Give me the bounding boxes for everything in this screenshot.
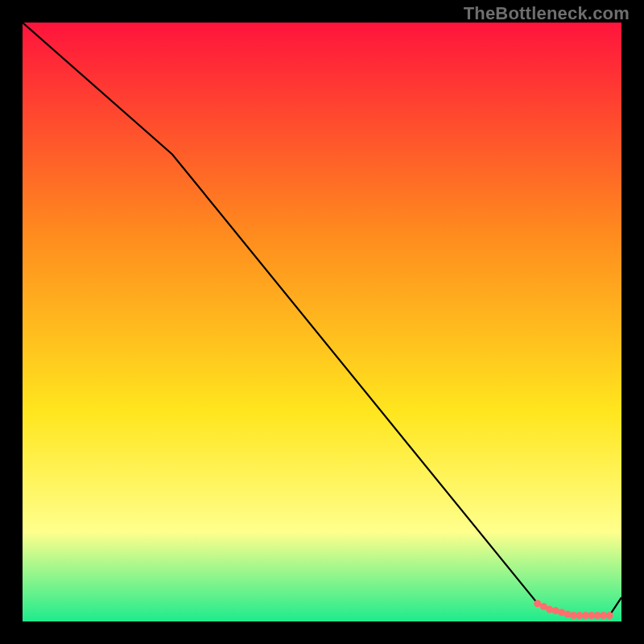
chart-svg [23, 23, 621, 621]
plot-area [23, 23, 621, 621]
marker-dot [564, 611, 572, 618]
chart-frame: TheBottleneck.com [0, 0, 644, 644]
marker-dot [606, 612, 613, 619]
marker-dot [546, 606, 553, 613]
watermark-text: TheBottleneck.com [464, 3, 630, 24]
gradient-background [23, 23, 621, 621]
